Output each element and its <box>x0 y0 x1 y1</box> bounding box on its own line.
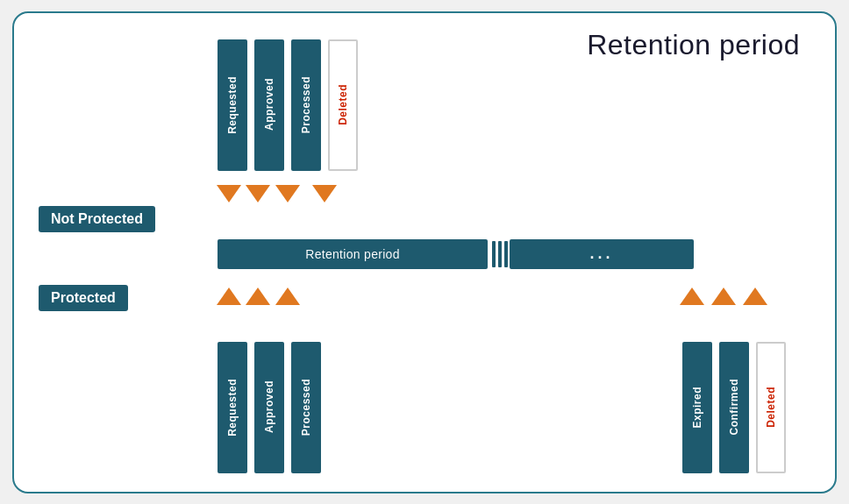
bot-bar-confirmed: Confirmed <box>719 342 749 473</box>
bot-bar-deleted2: Deleted <box>756 342 786 473</box>
triangle-down-1 <box>217 185 241 202</box>
triangle-up-1 <box>217 287 241 305</box>
page-title: Retention period <box>587 29 800 61</box>
triangle-up-3 <box>275 287 300 305</box>
bot-bar-expired: Expired <box>682 342 712 473</box>
protected-label: Protected <box>39 285 128 311</box>
top-bar-deleted: Deleted <box>328 39 358 171</box>
triangle-up-6 <box>743 287 767 305</box>
triangle-down-2 <box>246 185 270 202</box>
sep-line-3 <box>504 241 508 267</box>
triangle-up-2 <box>246 287 270 305</box>
triangle-up-4 <box>680 287 704 305</box>
bot-bar-processed: Processed <box>291 342 321 473</box>
diagram-container: Retention period Requested Approved Proc… <box>12 11 837 493</box>
top-bar-requested: Requested <box>218 39 247 171</box>
bot-bar-approved: Approved <box>254 342 284 473</box>
dots-bar: ... <box>510 239 694 269</box>
not-protected-label: Not Protected <box>39 206 155 232</box>
top-bar-approved: Approved <box>254 39 284 171</box>
triangle-down-3 <box>275 185 300 202</box>
retention-period-bar: Retention period <box>218 239 488 269</box>
sep-line-1 <box>492 241 496 267</box>
triangle-up-5 <box>711 287 736 305</box>
triangle-down-4 <box>312 185 337 202</box>
top-bar-processed: Processed <box>291 39 321 171</box>
bot-bar-requested: Requested <box>218 342 247 473</box>
sep-line-2 <box>498 241 502 267</box>
